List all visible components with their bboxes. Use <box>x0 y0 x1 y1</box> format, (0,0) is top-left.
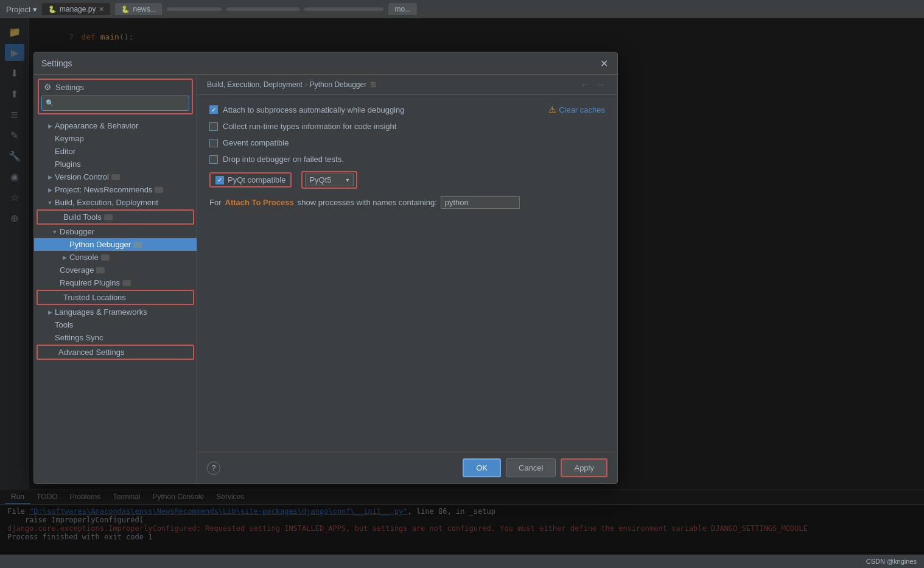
pyqt-dropdown[interactable]: PyQt5 PyQt4 <box>305 174 354 186</box>
tab-news-label: news... <box>133 5 156 13</box>
db-icon <box>133 242 142 248</box>
tab-mo-label: mo... <box>394 5 411 13</box>
checkbox-collect-runtime[interactable] <box>209 122 218 131</box>
help-button[interactable]: ? <box>207 461 220 475</box>
process-input[interactable] <box>441 196 520 209</box>
footer-left: ? <box>207 461 220 475</box>
sidebar-item-build-tools[interactable]: Build Tools <box>38 211 193 223</box>
dialog-header: Settings ✕ <box>34 52 617 75</box>
sidebar-item-debugger[interactable]: ▼ Debugger <box>34 225 197 238</box>
sidebar-item-tools[interactable]: Tools <box>34 318 197 331</box>
tab-5[interactable] <box>304 7 383 11</box>
process-row: For Attach To Process show processes wit… <box>209 196 605 209</box>
sidebar-item-settings-sync[interactable]: Settings Sync <box>34 331 197 344</box>
sidebar-item-settings-sync-label: Settings Sync <box>55 333 103 342</box>
dialog-footer: ? OK Cancel Apply <box>197 452 617 483</box>
trusted-locations-highlight: Trusted Locations <box>37 290 194 305</box>
checkbox-attach-subprocess[interactable] <box>209 105 218 114</box>
sidebar-item-trusted-label: Trusted Locations <box>63 293 126 302</box>
sidebar-item-version-control[interactable]: ▶ Version Control <box>34 170 197 183</box>
settings-gear-icon: ⚙ <box>44 82 52 92</box>
db-icon <box>111 174 120 180</box>
sidebar-item-vc-label: Version Control <box>55 172 109 181</box>
breadcrumb-current: Python Debugger <box>310 80 366 89</box>
sidebar-item-plugins-label: Plugins <box>55 160 81 169</box>
sidebar-item-languages-label: Languages & Frameworks <box>55 307 147 317</box>
sidebar-item-coverage-label: Coverage <box>60 265 94 275</box>
sidebar-item-python-debugger[interactable]: Python Debugger <box>34 238 197 251</box>
warning-area: ⚠ Clear caches <box>548 105 605 114</box>
help-icon: ? <box>212 464 216 472</box>
sidebar-item-trusted-locations[interactable]: Trusted Locations <box>38 291 193 304</box>
footer-right: OK Cancel Apply <box>463 458 607 477</box>
settings-sidebar: ⚙ Settings 🔍 ▶ Appearance & Behavior Key… <box>34 75 197 483</box>
breadcrumb-bar: Build, Execution, Deployment › Python De… <box>197 75 617 95</box>
sidebar-item-languages[interactable]: ▶ Languages & Frameworks <box>34 306 197 318</box>
tab-manage-py[interactable]: 🐍 manage.py ✕ <box>42 3 110 15</box>
warning-icon: ⚠ <box>548 105 556 114</box>
sidebar-item-advanced-label: Advanced Settings <box>58 348 124 357</box>
breadcrumb-separator: › <box>305 80 307 89</box>
nav-forward[interactable]: → <box>594 79 607 91</box>
close-button[interactable]: ✕ <box>598 57 610 69</box>
breadcrumb-parent: Build, Execution, Deployment <box>207 80 303 89</box>
sidebar-item-debugger-label: Debugger <box>60 227 94 236</box>
sidebar-item-plugins[interactable]: Plugins <box>34 158 197 170</box>
sidebar-item-appearance[interactable]: ▶ Appearance & Behavior <box>34 119 197 132</box>
cancel-button[interactable]: Cancel <box>506 458 556 477</box>
checkbox-gevent[interactable] <box>209 139 218 147</box>
dialog-body: ⚙ Settings 🔍 ▶ Appearance & Behavior Key… <box>34 75 617 483</box>
content-area: Attach to subprocess automatically while… <box>197 95 617 452</box>
option-gevent-row: Gevent compatible <box>209 138 605 147</box>
search-box[interactable]: 🔍 <box>41 96 189 111</box>
label-pyqt: PyQt compatible <box>228 175 285 184</box>
sidebar-item-advanced[interactable]: Advanced Settings <box>38 346 193 359</box>
sidebar-item-tools-label: Tools <box>55 320 73 329</box>
search-input[interactable] <box>57 99 185 108</box>
sidebar-item-project-label: Project: NewsRecommends <box>55 185 152 194</box>
pyqt-dropdown-container: PyQt5 PyQt4 <box>305 174 354 186</box>
chevron-icon: ▶ <box>61 254 68 261</box>
settings-dialog: Settings ✕ ⚙ Settings 🔍 ▶ Appearance <box>33 52 618 484</box>
tab-manage-py-label: manage.py <box>60 5 96 13</box>
breadcrumb-nav: ← → <box>578 79 607 91</box>
sidebar-item-req-plugins-label: Required Plugins <box>60 278 120 287</box>
checkbox-pyqt[interactable] <box>215 176 224 184</box>
tab-3[interactable] <box>167 7 222 11</box>
apply-button[interactable]: Apply <box>561 458 607 477</box>
checkbox-drop-debugger[interactable] <box>209 155 218 164</box>
db-icon <box>104 214 113 220</box>
ok-button[interactable]: OK <box>463 458 501 477</box>
option-attach-subprocess-row: Attach to subprocess automatically while… <box>209 105 605 114</box>
advanced-settings-highlight: Advanced Settings <box>37 345 194 360</box>
chevron-icon: ▼ <box>46 199 54 206</box>
label-drop-debugger: Drop into debugger on failed tests. <box>223 155 344 164</box>
sidebar-item-coverage[interactable]: Coverage <box>34 264 197 276</box>
sidebar-item-project[interactable]: ▶ Project: NewsRecommends <box>34 183 197 196</box>
sidebar-item-required-plugins[interactable]: Required Plugins <box>34 276 197 289</box>
project-label[interactable]: Project ▾ <box>6 5 37 14</box>
expand-icon[interactable]: ⊞ <box>370 80 376 89</box>
sidebar-item-keymap-label: Keymap <box>55 134 84 143</box>
process-suffix: show processes with names containing: <box>298 198 437 207</box>
nav-back[interactable]: ← <box>578 79 592 91</box>
sidebar-item-console-label: Console <box>69 253 99 262</box>
sidebar-item-keymap[interactable]: Keymap <box>34 132 197 145</box>
label-gevent: Gevent compatible <box>223 138 289 147</box>
status-right: CSDN @kngines <box>866 558 917 565</box>
option-drop-debugger-row: Drop into debugger on failed tests. <box>209 155 605 164</box>
settings-icon-label: Settings <box>55 83 84 92</box>
tab-news[interactable]: 🐍 news... <box>115 3 162 15</box>
dropdown-highlight: PyQt5 PyQt4 <box>301 171 357 189</box>
clear-caches-link[interactable]: Clear caches <box>559 105 605 114</box>
tab-close-manage[interactable]: ✕ <box>99 5 104 13</box>
tab-4[interactable] <box>226 7 299 11</box>
top-bar: Project ▾ 🐍 manage.py ✕ 🐍 news... mo... <box>0 0 924 18</box>
tab-mo[interactable]: mo... <box>388 3 417 15</box>
sidebar-item-editor[interactable]: Editor <box>34 145 197 158</box>
sidebar-item-build-tools-label: Build Tools <box>63 212 102 222</box>
sidebar-item-build[interactable]: ▼ Build, Execution, Deployment <box>34 196 197 209</box>
pyqt-row: PyQt compatible PyQt5 PyQt4 <box>209 171 605 189</box>
sidebar-item-console[interactable]: ▶ Console <box>34 251 197 264</box>
settings-title-highlight: ⚙ Settings 🔍 <box>38 79 193 114</box>
